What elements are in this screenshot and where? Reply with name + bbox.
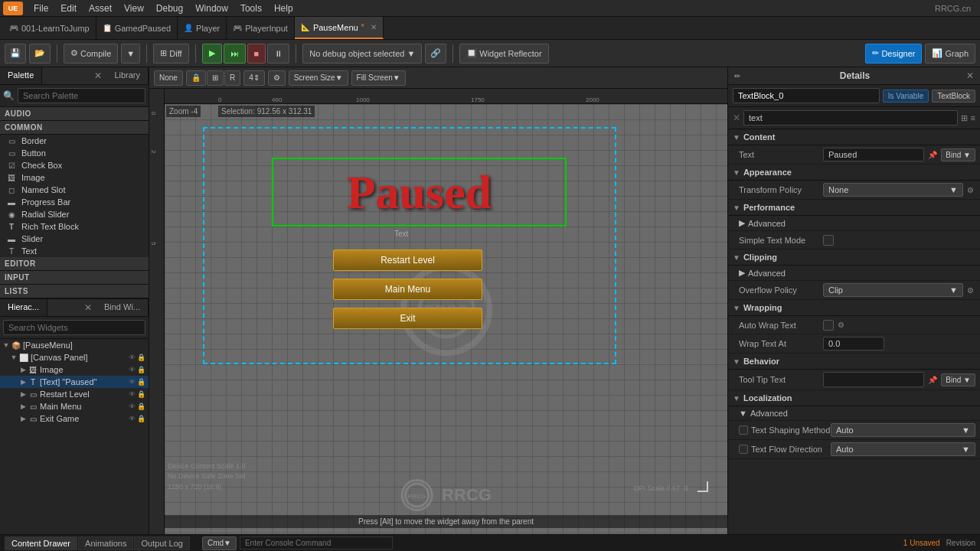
appearance-section-toggle[interactable]: ▼ Appearance — [728, 165, 980, 181]
palette-item-border[interactable]: ▭ Border — [0, 135, 149, 147]
hierarchy-search-input[interactable] — [3, 320, 145, 335]
menu-debug[interactable]: Debug — [150, 0, 189, 16]
canvas-scale-settings[interactable]: ⚙ — [268, 70, 286, 86]
canvas-screen-size-selector[interactable]: Screen Size ▼ — [289, 70, 348, 86]
tab-gamedpaused[interactable]: 📋 GamedPaused — [96, 17, 178, 39]
step-button[interactable]: ⏭ — [224, 44, 246, 64]
hier-expand-3[interactable]: ▶ — [18, 378, 28, 386]
palette-close-icon[interactable]: ✕ — [90, 67, 106, 84]
filter-list-icon[interactable]: ≡ — [971, 113, 975, 122]
palette-tab[interactable]: Palette — [0, 67, 42, 84]
tab-player[interactable]: 👤 Player — [178, 17, 227, 39]
compile-settings-button[interactable]: ▼ — [121, 44, 140, 64]
prop-text-shaping-dropdown[interactable]: Auto ▼ — [831, 423, 975, 437]
hier-image-lock-icon[interactable]: 🔒 — [137, 366, 145, 373]
prop-text-input[interactable]: Paused — [823, 148, 924, 161]
stop-button[interactable]: ■ — [247, 44, 266, 64]
hier-eye-icon[interactable]: 👁 — [129, 354, 136, 361]
animations-tab[interactable]: Animations — [78, 536, 133, 550]
hier-expand-2[interactable]: ▶ — [18, 366, 28, 373]
prop-auto-wrap-settings-icon[interactable]: ⚙ — [836, 319, 846, 331]
library-tab[interactable]: Library — [106, 67, 149, 84]
performance-section-toggle[interactable]: ▼ Performance — [728, 200, 980, 216]
clipping-section-toggle[interactable]: ▼ Clipping — [728, 249, 980, 266]
save-button[interactable]: 💾 — [5, 44, 26, 64]
debug-object-selector[interactable]: No debug object selected ▼ — [302, 44, 422, 64]
tab-pausemenu[interactable]: 📐 PauseMenu * ✕ — [295, 17, 384, 39]
prop-simple-text-checkbox[interactable] — [823, 235, 834, 246]
menu-help[interactable]: Help — [268, 0, 299, 16]
hier-item-image[interactable]: ▶ 🖼 Image 👁 🔒 — [0, 364, 149, 376]
localization-advanced-toggle[interactable]: ▼ Advanced — [728, 406, 980, 421]
menu-file[interactable]: File — [28, 0, 54, 16]
diff-button[interactable]: ⊞ Diff — [153, 44, 188, 64]
prop-tooltip-bind-button[interactable]: Bind ▼ — [941, 373, 975, 386]
content-section-toggle[interactable]: ▼ Content — [728, 129, 980, 145]
cmd-prefix-selector[interactable]: Cmd ▼ — [202, 536, 237, 550]
output-log-tab[interactable]: Output Log — [134, 536, 189, 550]
palette-item-slider[interactable]: ▬ Slider — [0, 233, 149, 245]
hierarchy-tab[interactable]: Hierac... — [0, 299, 47, 316]
prop-transform-policy-dropdown[interactable]: None ▼ — [823, 183, 963, 197]
hier-expand-0[interactable]: ▼ — [2, 341, 11, 349]
prop-transform-policy-settings-icon[interactable]: ⚙ — [965, 184, 975, 196]
bindwi-tab[interactable]: Bind Wi... — [96, 299, 149, 316]
wrapping-section-toggle[interactable]: ▼ Wrapping — [728, 300, 980, 316]
palette-item-richtextblock[interactable]: T Rich Text Block — [0, 220, 149, 233]
details-filter-input[interactable] — [743, 110, 958, 126]
clipping-advanced-toggle[interactable]: ▶ Advanced — [728, 266, 980, 281]
prop-overflow-policy-dropdown[interactable]: Clip ▼ — [823, 283, 963, 297]
tab-close-icon[interactable]: ✕ — [371, 23, 377, 31]
content-drawer-tab[interactable]: Content Drawer — [5, 536, 77, 550]
hier-item-restart[interactable]: ▶ ▭ Restart Level 👁 🔒 — [0, 388, 149, 400]
canvas-fill-screen-selector[interactable]: Fill Screen ▼ — [351, 70, 406, 86]
debug-bind-button[interactable]: 🔗 — [425, 44, 446, 64]
tab-playerinput[interactable]: 🎮 PlayerInput — [227, 17, 295, 39]
hier-item-mainmenu[interactable]: ▶ ▭ Main Menu 👁 🔒 — [0, 400, 149, 412]
hier-restart-eye-icon[interactable]: 👁 — [129, 390, 136, 398]
palette-item-image[interactable]: 🖼 Image — [0, 171, 149, 184]
is-variable-button[interactable]: Is Variable — [883, 90, 929, 103]
prop-text-shaping-checkbox[interactable] — [739, 425, 748, 435]
compile-button[interactable]: ⚙ Compile — [64, 44, 118, 64]
browse-button[interactable]: 📂 — [29, 44, 51, 64]
hier-item-pausemenu[interactable]: ▼ 📦 [PauseMenu] — [0, 339, 149, 351]
hier-item-exitgame[interactable]: ▶ ▭ Exit Game 👁 🔒 — [0, 412, 149, 425]
hierarchy-close-icon[interactable]: ✕ — [80, 299, 96, 316]
canvas-resize-handle[interactable] — [697, 481, 708, 492]
hier-exitgame-eye-icon[interactable]: 👁 — [129, 415, 136, 422]
widget-name-input[interactable] — [733, 88, 880, 103]
hier-expand-5[interactable]: ▶ — [18, 403, 28, 410]
exit-button[interactable]: Exit — [333, 308, 482, 329]
canvas-none-btn[interactable]: None — [154, 70, 183, 86]
menu-tools[interactable]: Tools — [234, 0, 268, 16]
prop-text-flow-checkbox[interactable] — [739, 445, 748, 454]
canvas-dpi-selector[interactable]: 4 ⇕ — [243, 70, 265, 86]
palette-item-radialslider[interactable]: ◉ Radial Slider — [0, 208, 149, 220]
hier-expand-1[interactable]: ▼ — [9, 354, 18, 361]
palette-item-namedslot[interactable]: ◻ Named Slot — [0, 184, 149, 196]
pause-toggle-button[interactable]: ⏸ — [267, 44, 289, 64]
canvas-content[interactable]: Zoom -4 Selection: 912.56 x 312.31 RRCG — [165, 104, 727, 534]
designer-button[interactable]: ✏ Designer — [865, 44, 922, 64]
tab-learntojump[interactable]: 🎮 001-LearnToJump — [3, 17, 96, 39]
palette-item-progressbar[interactable]: ▬ Progress Bar — [0, 196, 149, 208]
prop-tooltip-pin-icon[interactable]: 📌 — [926, 374, 939, 386]
hier-lock-icon[interactable]: 🔒 — [137, 354, 145, 361]
canvas-snap-btn3[interactable]: R — [224, 70, 240, 86]
hier-expand-6[interactable]: ▶ — [18, 415, 28, 422]
play-button[interactable]: ▶ — [202, 44, 222, 64]
hier-mainmenu-eye-icon[interactable]: 👁 — [129, 403, 136, 410]
menu-edit[interactable]: Edit — [54, 0, 83, 16]
paused-textblock-selected[interactable]: Paused — [272, 158, 567, 227]
prop-text-flow-dropdown[interactable]: Auto ▼ — [831, 442, 975, 456]
localization-section-toggle[interactable]: ▼ Localization — [728, 390, 980, 406]
dpi-gear-icon[interactable]: ⚙ — [683, 484, 689, 492]
pause-widget-container[interactable]: Paused Text Restart Level Main Menu — [211, 142, 632, 364]
prop-text-bind-button[interactable]: Bind ▼ — [941, 148, 975, 161]
palette-item-button[interactable]: ▭ Button — [0, 147, 149, 159]
restart-level-button[interactable]: Restart Level — [333, 249, 482, 271]
widget-reflector-button[interactable]: 🔲 Widget Reflector — [459, 44, 548, 64]
graph-button[interactable]: 📊 Graph — [925, 44, 975, 64]
menu-window[interactable]: Window — [189, 0, 234, 16]
